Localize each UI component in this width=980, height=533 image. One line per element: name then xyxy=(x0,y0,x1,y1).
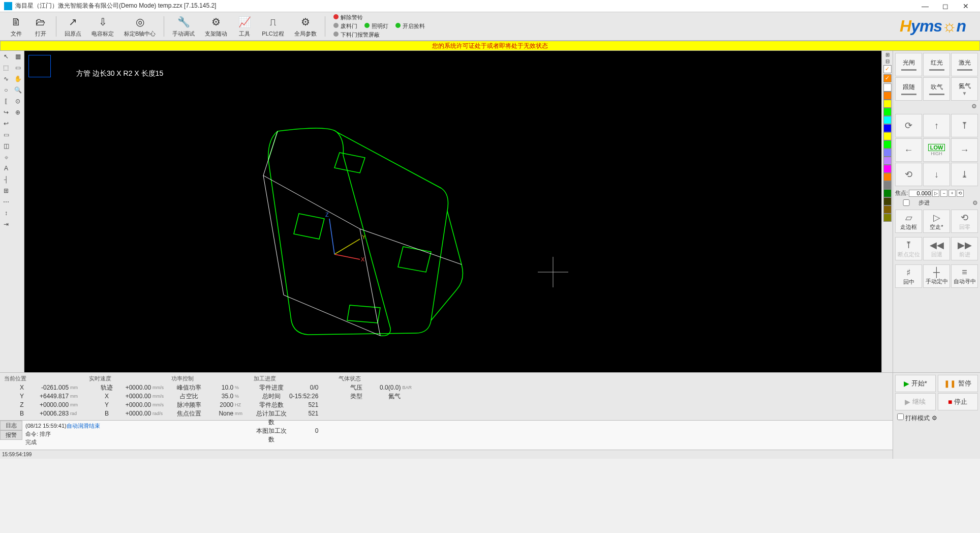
cap-cal-button[interactable]: ⇩电容标定 xyxy=(86,14,119,39)
pan-tool[interactable]: ✋ xyxy=(12,73,24,84)
speed-toggle-button[interactable]: LOWHIGH xyxy=(923,138,950,162)
unload-mask-status[interactable]: 下料门报警屏蔽 xyxy=(333,31,380,39)
layer-tool[interactable]: ▭ xyxy=(0,129,12,140)
layer-swatch[interactable] xyxy=(883,83,892,92)
focus-input[interactable] xyxy=(909,190,931,197)
stop-button[interactable]: ■停止 xyxy=(938,393,978,410)
layer2-tool[interactable]: ◫ xyxy=(0,140,12,152)
snap-tool[interactable]: ⊞ xyxy=(0,185,12,196)
layer-swatch[interactable] xyxy=(883,173,892,181)
rotate-cw-button[interactable]: ⟳ xyxy=(895,114,922,137)
log-tab[interactable]: 日志 xyxy=(0,421,22,430)
gear-icon[interactable]: ⚙ xyxy=(971,103,977,110)
layer-swatch[interactable] xyxy=(883,132,892,140)
shutter-button[interactable]: 光闸 xyxy=(895,53,922,76)
focus-minus-button[interactable]: − xyxy=(940,190,947,197)
curve-tool[interactable]: ∿ xyxy=(0,73,12,84)
z-down-button[interactable]: ⤓ xyxy=(951,163,978,186)
tool-button[interactable]: 📈工具 xyxy=(232,14,257,39)
rect-tool[interactable]: ▭ xyxy=(12,62,24,73)
gear-icon[interactable]: ⚙ xyxy=(932,414,937,422)
layer-mode-icon[interactable]: ⊞ xyxy=(885,52,890,57)
blow-button[interactable]: 吹气 xyxy=(923,77,950,101)
rotate-ccw-button[interactable]: ⟲ xyxy=(895,163,922,186)
blank-tool[interactable] xyxy=(12,118,24,129)
jog-down-button[interactable]: ↓ xyxy=(923,163,950,186)
gear-icon[interactable]: ⚙ xyxy=(972,199,978,206)
zoom-fit-tool[interactable]: ⊙ xyxy=(12,96,24,107)
ortho-tool[interactable]: ↕ xyxy=(0,208,12,219)
r4grid-btn-0[interactable]: ⤒断点定位 xyxy=(895,237,922,260)
maximize-button[interactable]: ◻ xyxy=(935,0,956,12)
focus-go-button[interactable]: ▷ xyxy=(932,190,939,197)
focus-plus-button[interactable]: + xyxy=(948,190,956,197)
dim-tool[interactable]: ┤ xyxy=(0,174,12,185)
waste-door-status[interactable]: 废料门 xyxy=(333,22,357,30)
r4grid-btn-2[interactable]: ▶▶前进 xyxy=(951,237,978,260)
layer-swatch[interactable] xyxy=(883,149,892,157)
undo-tool[interactable]: ↩ xyxy=(0,118,12,129)
zoom-ext-tool[interactable]: ⊕ xyxy=(12,107,24,118)
b-center-button[interactable]: ◎标定B轴中心 xyxy=(119,14,161,39)
node-tool[interactable]: ⬚ xyxy=(0,62,12,73)
r3grid-btn-0[interactable]: ▱走边框 xyxy=(895,210,922,233)
open-button[interactable]: 🗁打开 xyxy=(28,14,53,39)
layer-swatch[interactable] xyxy=(883,157,892,165)
pause-button[interactable]: ❚❚暂停 xyxy=(938,375,978,392)
layer-swatch[interactable] xyxy=(883,165,892,173)
bracket-tool[interactable]: ⟦ xyxy=(0,96,12,107)
r5grid-btn-1[interactable]: ┼手动定中 xyxy=(923,264,950,288)
grid-tool[interactable]: ▦ xyxy=(12,51,24,62)
jog-left-button[interactable]: ← xyxy=(895,138,922,162)
layer-swatch[interactable] xyxy=(883,181,892,189)
viewport-3d[interactable]: 方管 边长30 X R2 X 长度15 xyxy=(24,51,881,372)
redlight-button[interactable]: 红光 xyxy=(923,53,950,76)
manual-button[interactable]: 🔧手动调试 xyxy=(167,14,200,39)
select-tool[interactable]: ↖ xyxy=(0,51,12,62)
alarm-clear[interactable]: 解除警铃 xyxy=(333,14,363,21)
continue-button[interactable]: ▶继续 xyxy=(895,393,936,410)
light-status[interactable]: 照明灯 xyxy=(364,22,388,30)
layer-check2[interactable]: ✓ xyxy=(883,74,892,82)
circle-tool[interactable]: ○ xyxy=(0,84,12,96)
plc-button[interactable]: ⎍PLC过程 xyxy=(257,14,289,39)
layer-swatch[interactable] xyxy=(883,214,892,222)
r3grid-btn-2[interactable]: ⟲回零 xyxy=(951,210,978,233)
global-button[interactable]: ⚙全局参数 xyxy=(289,14,322,39)
r4grid-btn-1[interactable]: ◀◀回退 xyxy=(923,237,950,260)
r3grid-btn-1[interactable]: ▷空走* xyxy=(923,210,950,233)
layer-swatch[interactable] xyxy=(883,197,892,205)
laser-button[interactable]: 激光 xyxy=(951,53,978,76)
sample-checkbox[interactable] xyxy=(897,413,904,420)
layer-swatch[interactable] xyxy=(883,140,892,149)
path-tool[interactable]: ⟐ xyxy=(0,152,12,163)
gas-select-button[interactable]: 氮气▼ xyxy=(951,77,978,101)
zoom-tool[interactable]: 🔍 xyxy=(12,84,24,96)
support-button[interactable]: ⚙支架随动 xyxy=(200,14,232,39)
autofeed-status[interactable]: 开启捡料 xyxy=(395,22,425,30)
close-button[interactable]: ✕ xyxy=(956,0,976,12)
start-button[interactable]: ▶开始* xyxy=(895,375,936,392)
layer-swatch[interactable] xyxy=(883,92,892,100)
r5grid-btn-0[interactable]: ♯回中 xyxy=(895,264,922,288)
home-button[interactable]: ↗回原点 xyxy=(59,14,86,39)
redo-tool[interactable]: ↪ xyxy=(0,107,12,118)
offset-tool[interactable]: ⇥ xyxy=(0,219,12,230)
file-button[interactable]: 🗎文件 xyxy=(4,14,28,39)
minimize-button[interactable]: — xyxy=(915,0,935,12)
z-up-button[interactable]: ⤒ xyxy=(951,114,978,137)
focus-reset-button[interactable]: ⟲ xyxy=(957,190,964,197)
text-tool[interactable]: A xyxy=(0,163,12,174)
jog-up-button[interactable]: ↑ xyxy=(923,114,950,137)
follow-button[interactable]: 跟随 xyxy=(895,77,922,101)
layer-swatch[interactable] xyxy=(883,189,892,197)
alarm-tab[interactable]: 报警 xyxy=(0,430,22,440)
layer-swatch[interactable] xyxy=(883,205,892,214)
jog-right-button[interactable]: → xyxy=(951,138,978,162)
layer-check[interactable]: ✓ xyxy=(883,65,892,73)
step-checkbox[interactable] xyxy=(895,199,917,206)
layer-swatch[interactable] xyxy=(883,124,892,132)
layer-swatch[interactable] xyxy=(883,108,892,116)
misc-tool[interactable]: ⋯ xyxy=(0,196,12,208)
layer-swatch[interactable] xyxy=(883,100,892,108)
